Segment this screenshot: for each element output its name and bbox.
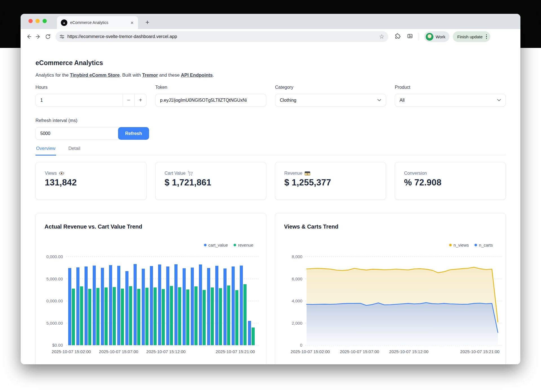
new-tab-button[interactable]: + (143, 18, 152, 27)
svg-text:2025-10-07 15:12:00: 2025-10-07 15:12:00 (146, 349, 185, 354)
profile-avatar (426, 33, 433, 41)
kpi-card-revenue: Revenue $ 1,255,377 (275, 162, 386, 200)
svg-text:2,000: 2,000 (292, 321, 302, 325)
hours-label: Hours (36, 85, 147, 90)
kpi-label: Conversion (404, 171, 427, 176)
tab-overview[interactable]: Overview (36, 146, 56, 156)
svg-text:2025-10-07 15:07:00: 2025-10-07 15:07:00 (99, 349, 138, 354)
legend-label: n_views (454, 243, 469, 247)
bar-chart: 0,000.005,000.000,000.005,000.00$0.00202… (36, 250, 266, 363)
product-value: All (395, 98, 495, 103)
product-select[interactable]: All (395, 94, 506, 107)
area-chart: 8,0006,0004,0002,00002025-10-07 15:02:00… (275, 250, 506, 363)
browser-menu-icon[interactable] (486, 34, 487, 39)
site-settings-icon[interactable] (59, 34, 65, 39)
api-endpoints-link[interactable]: API Endpoints (181, 72, 213, 77)
kpi-value: $ 1,721,861 (165, 178, 258, 188)
chevron-down-icon (377, 99, 381, 101)
page-subtitle: Analytics for the Tinybird eComm Store. … (36, 72, 214, 78)
decrement-button[interactable]: − (123, 94, 134, 106)
reload-button[interactable] (43, 32, 53, 41)
legend-label: revenue (238, 243, 253, 247)
chart-legend: cart_value revenue (204, 243, 253, 247)
legend-dot-revenue (234, 244, 236, 246)
finish-update-label: Finish update (457, 34, 483, 39)
svg-text:8,000: 8,000 (292, 254, 302, 259)
token-value[interactable]: p.eyJ1IjogImU0NGI5OTg5LTllZTQtNGUxNi (156, 98, 266, 103)
revenue-cart-trend-card: Actual Revenue vs. Cart Value Trend cart… (36, 213, 266, 364)
token-label: Token (155, 85, 266, 90)
svg-text:2025-10-07 15:02:00: 2025-10-07 15:02:00 (52, 349, 91, 354)
side-panel-icon[interactable] (407, 33, 413, 40)
refresh-button[interactable]: Refresh (118, 127, 149, 140)
forward-button[interactable] (34, 32, 43, 41)
window-controls (28, 19, 47, 23)
tremor-link[interactable]: Tremor (142, 72, 158, 77)
desktop-background: ▲ eCommerce Analytics × + https://ecomme… (0, 0, 541, 392)
svg-text:2025-10-07 15:12:00: 2025-10-07 15:12:00 (389, 349, 428, 354)
kpi-value: % 72.908 (404, 178, 497, 188)
extensions-icon[interactable] (394, 33, 401, 40)
kpi-label: Views (45, 171, 57, 176)
url-text[interactable]: https://ecommerce-svelte-tremor-dashboar… (67, 34, 377, 39)
toolbar-divider (419, 33, 419, 40)
minimize-window-button[interactable] (36, 19, 40, 23)
subtitle-text: Analytics for the (36, 72, 70, 77)
vercel-favicon-icon: ▲ (61, 19, 67, 26)
profile-chip[interactable]: Work (424, 31, 449, 42)
browser-toolbar: https://ecommerce-svelte-tremor-dashboar… (21, 29, 520, 44)
token-input[interactable]: p.eyJ1IjogImU0NGI5OTg5LTllZTQtNGUxNi (155, 94, 266, 107)
tab-detail[interactable]: Detail (68, 146, 81, 155)
profile-label: Work (436, 34, 445, 39)
refresh-interval-input[interactable]: 5000 (36, 127, 121, 140)
close-window-button[interactable] (28, 19, 33, 23)
svg-text:$0.00: $0.00 (52, 343, 63, 347)
category-select[interactable]: Clothing (275, 94, 386, 107)
filter-controls: Hours 1 − + Token p.eyJ1IjogImU0NGI5OTg5… (36, 85, 506, 107)
page-content: eCommerce Analytics Analytics for the Ti… (21, 44, 520, 364)
kpi-card-views: Views 131,842 (36, 162, 147, 200)
url-bar[interactable]: https://ecommerce-svelte-tremor-dashboar… (56, 31, 388, 42)
browser-tabstrip: ▲ eCommerce Analytics × + (21, 14, 520, 29)
zoom-window-button[interactable] (43, 19, 47, 23)
svg-text:0: 0 (300, 343, 302, 347)
finish-update-button[interactable]: Finish update (453, 31, 491, 42)
svg-text:0,000.00: 0,000.00 (46, 298, 63, 303)
legend-dot-cart-value (204, 244, 207, 246)
refresh-controls: Refresh interval (ms) 5000 Refresh (36, 118, 149, 140)
product-label: Product (395, 85, 506, 90)
refresh-interval-value[interactable]: 5000 (40, 131, 50, 136)
svg-text:4,000: 4,000 (292, 298, 302, 303)
kpi-value: $ 1,255,377 (284, 178, 377, 188)
svg-text:2025-10-07 15:02:00: 2025-10-07 15:02:00 (291, 349, 330, 354)
subtitle-text: . (213, 72, 214, 77)
increment-button[interactable]: + (134, 94, 146, 106)
chevron-down-icon (497, 99, 501, 101)
legend-label: cart_value (209, 243, 228, 247)
chart-cards: Actual Revenue vs. Cart Value Trend cart… (36, 213, 506, 364)
kpi-cards: Views 131,842 Cart Value $ 1,721,861 Rev… (36, 162, 506, 200)
legend-dot-n-carts (475, 244, 477, 246)
legend-label: n_carts (479, 243, 493, 247)
subtitle-text: . Built with (120, 72, 142, 77)
refresh-interval-label: Refresh interval (ms) (36, 118, 149, 123)
hours-value[interactable]: 1 (36, 98, 123, 103)
tinybird-store-link[interactable]: Tinybird eComm Store (70, 72, 120, 77)
svg-text:2025-10-07 15:21:00: 2025-10-07 15:21:00 (216, 349, 255, 354)
kpi-value: 131,842 (45, 178, 138, 188)
hours-stepper[interactable]: 1 − + (36, 94, 147, 107)
banknote-icon (305, 171, 310, 176)
legend-dot-n-views (449, 244, 452, 246)
kpi-card-conversion: Conversion % 72.908 (395, 162, 506, 200)
kpi-card-cart-value: Cart Value $ 1,721,861 (155, 162, 266, 200)
chart-title: Views & Carts Trend (284, 223, 338, 230)
tab-title: eCommerce Analytics (70, 20, 130, 25)
bookmark-star-icon[interactable]: ☆ (379, 33, 384, 40)
cart-icon (188, 171, 193, 176)
page-title: eCommerce Analytics (36, 59, 103, 67)
back-button[interactable] (24, 32, 34, 41)
svg-text:0,000.00: 0,000.00 (46, 254, 63, 259)
svg-text:5,000.00: 5,000.00 (46, 321, 63, 325)
close-tab-icon[interactable]: × (130, 20, 134, 25)
browser-tab[interactable]: ▲ eCommerce Analytics × (57, 16, 138, 29)
